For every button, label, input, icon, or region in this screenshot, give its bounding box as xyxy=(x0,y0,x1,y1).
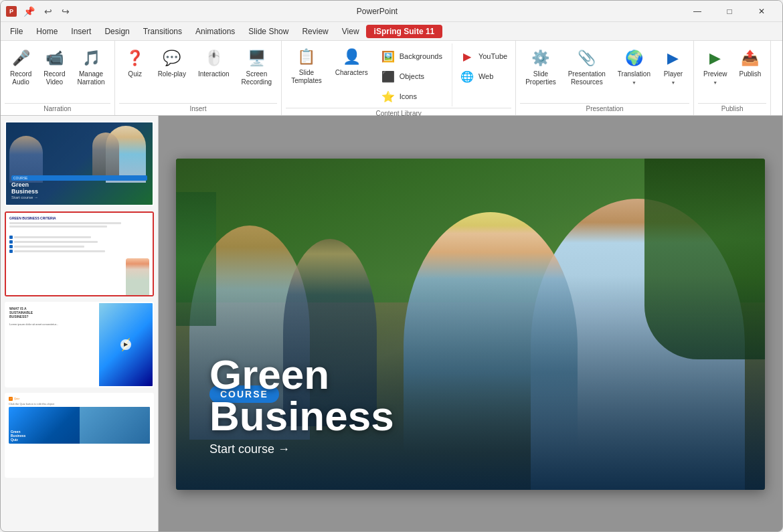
slide-thumbnail-4[interactable]: 4 ✓ Quiz Click the Quiz button to edit t… xyxy=(5,393,154,478)
slide1-bg: COURSE GreenBusiness Start course → xyxy=(6,122,153,205)
undo-button[interactable]: ↩ xyxy=(41,5,55,18)
menu-review[interactable]: Review xyxy=(295,25,335,38)
content-library-top: 📋 SlideTemplates 👤 Characters 🖼️ Backgro… xyxy=(286,43,511,106)
menu-slideshow[interactable]: Slide Show xyxy=(242,25,295,38)
slide-main-view: COURSE Green Business Start course → xyxy=(159,116,782,532)
slide-thumbnail-1[interactable]: 1 COURSE GreenBusiness Start course → xyxy=(5,121,154,206)
window-controls: — □ ✕ xyxy=(682,1,777,22)
menu-design[interactable]: Design xyxy=(98,25,136,38)
slide3-content: WHAT IS ASUSTAINABLEBUSINESS? Lorem ipsu… xyxy=(6,303,153,385)
slide2-character xyxy=(126,258,149,295)
app-title: PowerPoint xyxy=(357,7,398,16)
main-slide-title-line2: Business xyxy=(209,395,394,437)
insert-group-label: Insert xyxy=(119,103,278,115)
narration-icon: 🎵 xyxy=(80,48,102,69)
objects-icon: ⬛ xyxy=(380,68,396,84)
insert-buttons: ❓ Quiz 💬 Role-play 🖱️ Interaction 🖥️ Scr… xyxy=(119,43,278,102)
translation-icon: 🌍 xyxy=(623,48,644,69)
slide3-title: WHAT IS ASUSTAINABLEBUSINESS? xyxy=(9,306,96,319)
ribbon: 🎤 RecordAudio 📹 RecordVideo 🎵 ManageNarr… xyxy=(1,41,782,116)
slide4-helper-text: Click the Quiz button to edit this objec… xyxy=(9,402,150,406)
interaction-button[interactable]: 🖱️ Interaction xyxy=(193,45,235,81)
ribbon-group-content-library: 📋 SlideTemplates 👤 Characters 🖼️ Backgro… xyxy=(282,41,516,115)
characters-icon: 👤 xyxy=(341,46,362,68)
backgrounds-button[interactable]: 🖼️ Backgrounds xyxy=(376,46,446,66)
menu-ispring[interactable]: iSpring Suite 11 xyxy=(366,25,443,38)
slide1-subtitle: Start course → xyxy=(11,195,147,199)
characters-button[interactable]: 👤 Characters xyxy=(330,43,373,106)
icons-button[interactable]: ⭐ Icons xyxy=(376,86,446,106)
publish-buttons: ▶ Preview▼ 📤 Publish xyxy=(698,43,766,102)
slide-thumbnail-3[interactable]: 3 WHAT IS ASUSTAINABLEBUSINESS? Lorem ip… xyxy=(5,302,154,387)
menu-home[interactable]: Home xyxy=(29,25,64,38)
presentation-resources-button[interactable]: 📎 PresentationResources xyxy=(563,45,611,89)
title-bar: P 📌 ↩ ↪ PowerPoint — □ ✕ xyxy=(1,1,782,22)
youtube-button[interactable]: ▶ YouTube xyxy=(455,46,511,66)
menu-insert[interactable]: Insert xyxy=(64,25,98,38)
icons-label: Icons xyxy=(400,92,417,100)
preview-button[interactable]: ▶ Preview▼ xyxy=(698,45,733,89)
slide3-left-panel: WHAT IS ASUSTAINABLEBUSINESS? Lorem ipsu… xyxy=(6,303,99,385)
web-button[interactable]: 🌐 Web xyxy=(455,66,511,86)
menu-view[interactable]: View xyxy=(335,25,366,38)
pin-button[interactable]: 📌 xyxy=(21,5,37,18)
maximize-button[interactable]: □ xyxy=(714,1,745,22)
publish-button[interactable]: 📤 Publish xyxy=(734,45,767,81)
minimize-button[interactable]: — xyxy=(682,1,713,22)
record-audio-button[interactable]: 🎤 RecordAudio xyxy=(5,45,37,89)
video-icon: 📹 xyxy=(44,48,65,69)
publish-label: Publish xyxy=(740,70,762,78)
web-label: Web xyxy=(478,72,493,80)
quiz-button[interactable]: ❓ Quiz xyxy=(119,45,151,81)
main-slide-start-link[interactable]: Start course → xyxy=(209,442,394,456)
narration-group-label: Narration xyxy=(5,103,110,115)
main-slide-canvas: COURSE Green Business Start course → xyxy=(176,159,765,490)
slide1-badge: COURSE xyxy=(11,175,147,181)
youtube-label: YouTube xyxy=(478,52,507,60)
menu-animations[interactable]: Animations xyxy=(189,25,242,38)
quiz-label: Quiz xyxy=(128,70,142,78)
content-lib-left: 📋 SlideTemplates 👤 Characters xyxy=(286,43,373,106)
main-area: 1 COURSE GreenBusiness Start course → 2 xyxy=(1,116,782,532)
youtube-icon: ▶ xyxy=(459,48,475,64)
backgrounds-icon: 🖼️ xyxy=(380,48,396,64)
menu-transitions[interactable]: Transitions xyxy=(137,25,189,38)
slide-properties-icon: ⚙️ xyxy=(530,48,551,69)
ribbon-group-publish: ▶ Preview▼ 📤 Publish Publish xyxy=(694,41,771,115)
player-button[interactable]: ▶ Player▼ xyxy=(657,45,689,89)
interaction-label: Interaction xyxy=(198,70,230,78)
slide3-bg: WHAT IS ASUSTAINABLEBUSINESS? Lorem ipsu… xyxy=(6,303,153,385)
video-play-btn[interactable]: ▶ xyxy=(120,339,131,350)
powerpoint-icon: P xyxy=(6,6,17,17)
slide-thumbnail-2[interactable]: 2 GREEN BUSINESS CRITERIA xyxy=(5,211,154,296)
slide-templates-label: SlideTemplates xyxy=(291,69,322,85)
characters-label: Characters xyxy=(335,69,368,77)
menu-file[interactable]: File xyxy=(3,25,29,38)
slide-properties-label: SlideProperties xyxy=(525,70,556,86)
slide4-quiz-image: GreenBusinessQuiz xyxy=(9,407,150,444)
screen-recording-button[interactable]: 🖥️ ScreenRecording xyxy=(236,45,278,89)
publish-icon: 📤 xyxy=(740,48,761,69)
translation-button[interactable]: 🌍 Translation▼ xyxy=(612,45,656,89)
screen-recording-label: ScreenRecording xyxy=(242,70,272,86)
close-button[interactable]: ✕ xyxy=(746,1,777,22)
translation-label: Translation▼ xyxy=(618,70,650,86)
slide-templates-button[interactable]: 📋 SlideTemplates xyxy=(286,43,327,106)
record-audio-label: RecordAudio xyxy=(10,70,31,86)
roleplay-icon: 💬 xyxy=(161,48,183,69)
record-video-button[interactable]: 📹 RecordVideo xyxy=(38,45,70,89)
redo-button[interactable]: ↪ xyxy=(59,5,72,18)
player-label: Player▼ xyxy=(664,70,683,86)
screen-icon: 🖥️ xyxy=(246,48,267,69)
preview-icon: ▶ xyxy=(705,48,726,69)
slide-panel[interactable]: 1 COURSE GreenBusiness Start course → 2 xyxy=(1,116,159,532)
objects-button[interactable]: ⬛ Objects xyxy=(376,66,446,86)
quiz-checkbox-icon: ✓ xyxy=(9,397,13,401)
role-play-button[interactable]: 💬 Role-play xyxy=(153,45,191,81)
slide-properties-button[interactable]: ⚙️ SlideProperties xyxy=(520,45,561,89)
menu-bar: File Home Insert Design Transitions Anim… xyxy=(1,22,782,41)
manage-narration-button[interactable]: 🎵 ManageNarration xyxy=(72,45,110,89)
presentation-resources-label: PresentationResources xyxy=(568,70,606,86)
content-lib-right: 🖼️ Backgrounds ⬛ Objects ⭐ Icons xyxy=(376,43,446,106)
player-icon: ▶ xyxy=(663,48,684,69)
